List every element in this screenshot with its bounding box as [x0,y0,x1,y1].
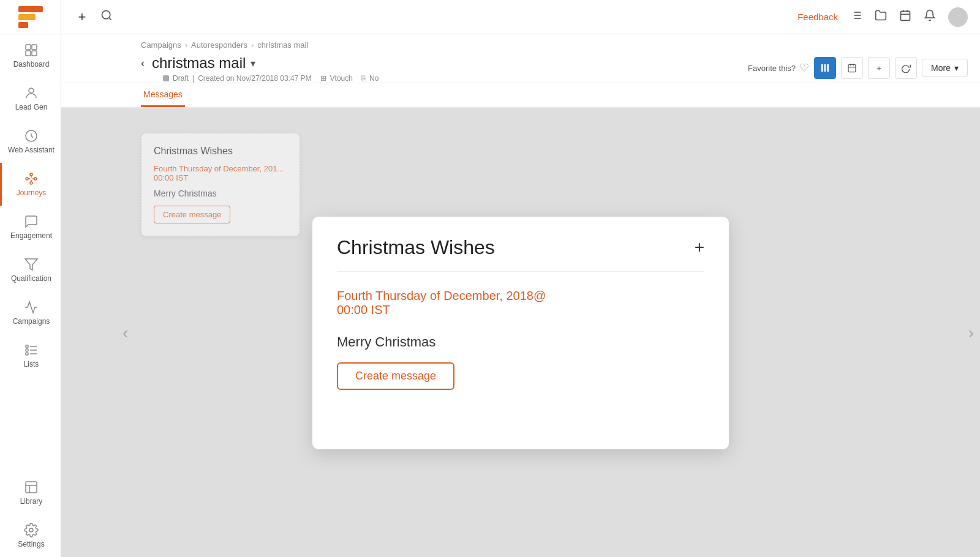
sidebar: Dashboard Lead Gen Web Assistant Journey… [0,0,61,557]
content-area: Christmas Wishes Fourth Thursday of Dece… [61,108,980,557]
favorite-label: Favorite this? [748,64,796,73]
feedback-link[interactable]: Feedback [797,12,838,22]
calendar-icon-button[interactable] [899,9,911,24]
top-header: + Feedback [61,0,980,34]
sidebar-item-library[interactable]: Library [0,471,61,514]
svg-marker-13 [25,259,37,270]
search-button[interactable] [100,9,113,24]
page-title-row: ‹ christmas mail ▾ [141,54,379,72]
draft-dot-icon [163,75,169,81]
svg-point-23 [29,528,33,532]
sidebar-item-lead-gen[interactable]: Lead Gen [0,77,61,120]
modal-add-button[interactable]: + [695,239,704,256]
folder-icon-button[interactable] [875,9,887,24]
top-header-right: Feedback [797,7,968,27]
svg-rect-39 [848,65,856,72]
svg-point-12 [30,182,32,184]
list-icon-button[interactable] [850,9,862,24]
meta-draft: Draft [173,74,189,83]
sidebar-item-campaigns-label: Campaigns [13,317,50,326]
sidebar-item-settings-label: Settings [18,540,44,548]
sidebar-item-engagement[interactable]: Engagement [0,206,61,249]
sidebar-item-lead-gen-label: Lead Gen [15,103,48,111]
sidebar-item-web-assistant-label: Web Assistant [8,146,55,154]
svg-rect-2 [18,22,28,28]
svg-rect-5 [26,51,31,56]
svg-rect-1 [18,14,36,20]
svg-point-9 [26,178,28,180]
favorite-heart-icon[interactable]: ♡ [799,61,809,75]
sidebar-item-qualification[interactable]: Qualification [0,249,61,291]
refresh-button[interactable] [895,57,917,79]
modal-date: Fourth Thursday of December, 2018@ 00:00… [337,289,704,317]
sidebar-item-settings[interactable]: Settings [0,514,61,557]
page-header-left: ‹ christmas mail ▾ Draft | Created on No… [141,54,379,83]
breadcrumb-campaigns[interactable]: Campaigns [141,40,181,50]
more-dropdown-icon: ▾ [954,63,959,73]
modal-header: Christmas Wishes + [337,236,704,272]
svg-rect-20 [26,482,37,493]
grid-view-button[interactable] [814,57,836,79]
modal-message-label: Merry Christmas [337,334,704,350]
title-dropdown-icon[interactable]: ▾ [251,58,255,69]
favorite-row: Favorite this? ♡ [748,61,809,75]
svg-line-25 [109,18,111,20]
sidebar-item-dashboard[interactable]: Dashboard [0,34,61,77]
more-label: More [931,63,951,73]
svg-rect-32 [901,11,910,20]
svg-point-7 [29,88,34,93]
sidebar-item-engagement-label: Engagement [10,231,52,240]
svg-rect-37 [824,64,826,72]
svg-point-10 [30,173,32,176]
sidebar-item-lists[interactable]: Lists [0,334,61,377]
page-header-right: Favorite this? ♡ + More ▾ [748,54,968,79]
page-meta: Draft | Created on Nov/27/2018 03:47 PM … [163,74,379,83]
sidebar-item-journeys[interactable]: Journeys [0,163,61,206]
modal-create-message-button[interactable]: Create message [337,362,454,390]
svg-rect-14 [26,345,28,348]
top-header-left: + [74,9,113,26]
page-header: ‹ christmas mail ▾ Draft | Created on No… [61,50,980,83]
breadcrumb-autoresponders[interactable]: Autoresponders [191,40,247,50]
meta-no: No [369,74,379,83]
breadcrumb: Campaigns › Autoresponders › christmas m… [141,40,968,50]
meta-created: Created on Nov/27/2018 03:47 PM [198,74,311,83]
svg-rect-38 [827,64,829,72]
more-button[interactable]: More ▾ [922,59,968,77]
add-view-button[interactable]: + [868,57,890,79]
sidebar-item-dashboard-label: Dashboard [13,60,50,69]
svg-point-11 [34,178,37,180]
svg-rect-4 [32,45,37,50]
calendar-view-button[interactable] [841,57,863,79]
breadcrumb-current: christmas mail [257,40,308,50]
sidebar-item-qualification-label: Qualification [11,274,51,283]
modal-overlay: Christmas Wishes + Fourth Thursday of De… [61,108,980,557]
copy-icon: ⎘ [361,74,366,83]
add-button[interactable]: + [74,9,91,26]
user-avatar[interactable] [948,7,968,27]
sidebar-item-journeys-label: Journeys [17,189,47,197]
svg-rect-0 [18,6,43,12]
svg-rect-16 [26,353,28,355]
svg-rect-3 [26,45,31,50]
svg-rect-36 [821,64,823,72]
vtouch-icon: ⊞ [320,74,326,83]
sidebar-item-campaigns[interactable]: Campaigns [0,291,61,334]
back-button[interactable]: ‹ [141,57,145,70]
sidebar-item-library-label: Library [20,497,43,506]
app-logo[interactable] [0,0,61,34]
meta-vtouch: Vtouch [330,74,353,83]
main-content: + Feedback Campaigns › A [61,0,980,557]
svg-rect-15 [26,349,28,351]
modal-title: Christmas Wishes [337,236,495,259]
page-title: christmas mail [152,54,246,72]
tab-messages[interactable]: Messages [141,83,185,107]
sidebar-item-lists-label: Lists [24,360,39,368]
tabs-bar: Messages [61,83,980,108]
sidebar-item-web-assistant[interactable]: Web Assistant [0,120,61,163]
bell-icon-button[interactable] [924,9,936,24]
breadcrumb-bar: Campaigns › Autoresponders › christmas m… [61,34,980,50]
svg-rect-6 [32,51,37,56]
svg-point-24 [102,11,110,19]
campaign-modal: Christmas Wishes + Fourth Thursday of De… [312,217,729,449]
